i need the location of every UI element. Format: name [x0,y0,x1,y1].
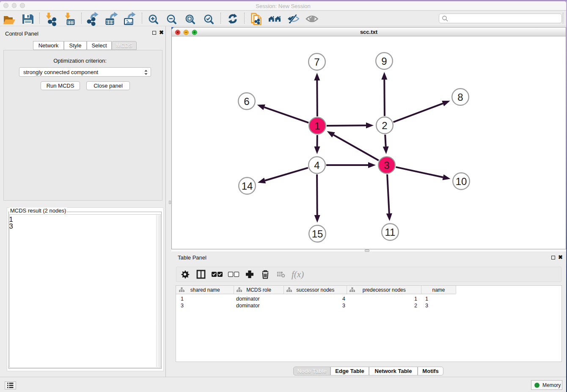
svg-text:1: 1 [314,120,320,132]
svg-text:7: 7 [314,56,319,68]
svg-text:4: 4 [314,160,319,171]
svg-text:11: 11 [385,226,396,238]
svg-text:6: 6 [244,96,249,107]
svg-text:f(x): f(x) [292,269,304,279]
svg-text:14: 14 [242,180,253,192]
svg-text:3: 3 [384,160,389,171]
svg-text:2: 2 [382,120,387,131]
svg-text:10: 10 [456,176,467,187]
svg-text:9: 9 [381,55,387,67]
svg-text:8: 8 [457,91,463,103]
svg-text:15: 15 [312,228,323,240]
